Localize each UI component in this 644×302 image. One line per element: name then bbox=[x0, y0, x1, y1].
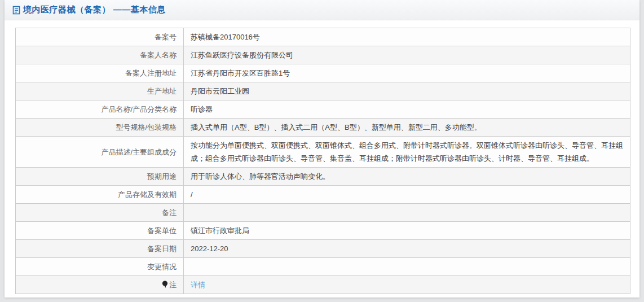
row-label-text: 产品存储及有效期 bbox=[118, 190, 177, 199]
row-label: 备案日期 bbox=[16, 240, 184, 258]
row-label: 预期用途 bbox=[16, 168, 184, 186]
table-row: 型号规格/包装规格 插入式单用（A型、B型）、插入式二用（A型、B型）、新型单用… bbox=[16, 119, 630, 137]
note-pin-icon bbox=[162, 281, 168, 288]
document-icon bbox=[12, 6, 20, 15]
row-value: 丹阳市云阳工业园 bbox=[184, 82, 630, 100]
table-row: 产品描述/主要组成成分 按功能分为单面便携式、双面便携式、双面锥体式、组合多用式… bbox=[16, 137, 630, 168]
page-title: 境内医疗器械（备案） ——基本信息 bbox=[23, 5, 166, 15]
table-row: 备案人注册地址 江苏省丹阳市开发区百胜路1号 bbox=[16, 64, 630, 82]
info-table: 备案号 苏镇械备20170016号 备案人名称 江苏鱼跃医疗设备股份有限公司 备… bbox=[15, 28, 630, 294]
row-value: 镇江市行政审批局 bbox=[184, 222, 630, 240]
row-value: 2022-12-20 bbox=[184, 240, 630, 258]
row-label-text: 备案号 bbox=[155, 33, 177, 41]
table-row: 备案日期 2022-12-20 bbox=[16, 240, 630, 258]
row-value: 苏镇械备20170016号 bbox=[184, 28, 630, 46]
row-label: 生产地址 bbox=[16, 82, 184, 100]
content-card: 境内医疗器械（备案） ——基本信息 备案号 苏镇械备20170016号 备案人名… bbox=[5, 0, 639, 297]
row-label-text: 备案单位 bbox=[147, 226, 177, 235]
row-label-text: 备案人名称 bbox=[140, 51, 177, 59]
row-label: 变更情况 bbox=[16, 258, 184, 276]
row-label-text: 备案人注册地址 bbox=[125, 69, 177, 77]
table-row: 产品名称/产品分类名称 听诊器 bbox=[16, 100, 630, 119]
row-label-text: 变更情况 bbox=[147, 262, 177, 271]
row-label: 备案人注册地址 bbox=[16, 64, 184, 82]
row-label: 型号规格/包装规格 bbox=[16, 119, 184, 137]
row-label-text: 备注 bbox=[162, 208, 177, 217]
row-label: 产品名称/产品分类名称 bbox=[16, 100, 184, 119]
table-row: 备案单位 镇江市行政审批局 bbox=[16, 222, 630, 240]
row-label: 产品描述/主要组成成分 bbox=[16, 137, 184, 168]
row-label-text: 注 bbox=[169, 281, 177, 289]
info-table-body: 备案号 苏镇械备20170016号 备案人名称 江苏鱼跃医疗设备股份有限公司 备… bbox=[16, 28, 630, 294]
row-value: 用于听诊人体心、肺等器官活动声响变化。 bbox=[184, 168, 630, 186]
row-label: 备案号 bbox=[16, 28, 184, 46]
row-label-text: 生产地址 bbox=[147, 87, 177, 95]
row-value bbox=[184, 204, 630, 222]
table-row: 注 详情 bbox=[16, 276, 630, 294]
row-value: 江苏鱼跃医疗设备股份有限公司 bbox=[184, 46, 630, 64]
row-label: 注 bbox=[16, 276, 184, 294]
row-value: 按功能分为单面便携式、双面便携式、双面锥体式、组合多用式、附带计时器式听诊器。双… bbox=[184, 137, 630, 168]
table-row: 预期用途 用于听诊人体心、肺等器官活动声响变化。 bbox=[16, 168, 630, 186]
row-value: 插入式单用（A型、B型）、插入式二用（A型、B型）、新型单用、新型二用、多功能型… bbox=[184, 119, 630, 137]
row-label-text: 产品描述/主要组成成分 bbox=[101, 148, 177, 156]
section-header: 境内医疗器械（备案） ——基本信息 bbox=[5, 0, 639, 20]
row-value: 详情 bbox=[184, 276, 630, 294]
row-label-text: 产品名称/产品分类名称 bbox=[101, 105, 177, 113]
row-value bbox=[184, 258, 630, 276]
row-label: 备注 bbox=[16, 204, 184, 222]
details-link[interactable]: 详情 bbox=[191, 281, 205, 289]
row-label-text: 预期用途 bbox=[147, 172, 177, 181]
table-row: 产品存储及有效期 / bbox=[16, 186, 630, 204]
row-label: 备案人名称 bbox=[16, 46, 184, 64]
row-label-text: 型号规格/包装规格 bbox=[116, 123, 177, 132]
table-row: 生产地址 丹阳市云阳工业园 bbox=[16, 82, 630, 100]
table-row: 备注 bbox=[16, 204, 630, 222]
row-label-text: 备案日期 bbox=[147, 244, 177, 253]
row-label: 产品存储及有效期 bbox=[16, 186, 184, 204]
table-row: 变更情况 bbox=[16, 258, 630, 276]
row-label: 备案单位 bbox=[16, 222, 184, 240]
row-value: 江苏省丹阳市开发区百胜路1号 bbox=[184, 64, 630, 82]
table-row: 备案号 苏镇械备20170016号 bbox=[16, 28, 630, 46]
row-value: / bbox=[184, 186, 630, 204]
row-value: 听诊器 bbox=[184, 100, 630, 119]
table-row: 备案人名称 江苏鱼跃医疗设备股份有限公司 bbox=[16, 46, 630, 64]
